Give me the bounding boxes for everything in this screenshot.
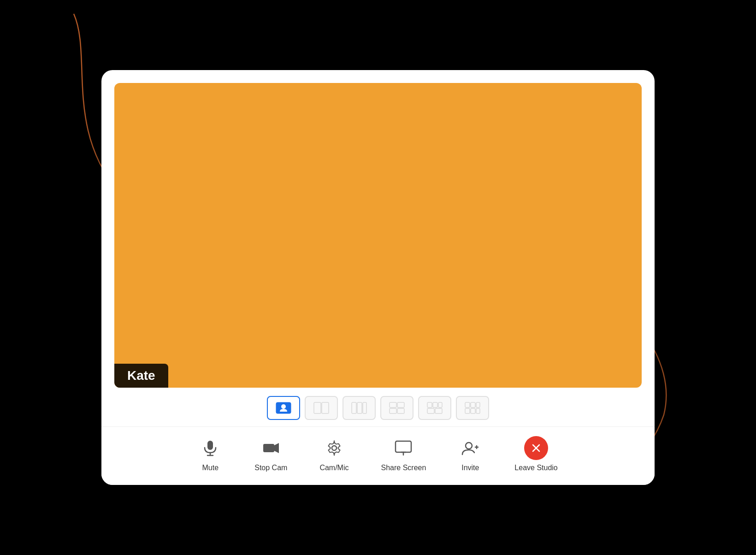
svg-rect-32: [352, 402, 356, 413]
invite-button[interactable]: Invite: [458, 436, 482, 472]
svg-rect-53: [263, 444, 274, 452]
svg-point-29: [281, 404, 286, 409]
svg-rect-49: [476, 408, 480, 413]
svg-rect-46: [476, 402, 480, 407]
stop-cam-label: Stop Cam: [254, 464, 287, 472]
layout-2grid-button[interactable]: [305, 396, 338, 420]
svg-marker-54: [274, 443, 279, 453]
svg-rect-30: [314, 402, 321, 413]
leave-studio-button[interactable]: Leave Studio: [514, 436, 557, 472]
svg-rect-36: [397, 402, 404, 407]
svg-rect-42: [427, 408, 434, 413]
svg-rect-33: [357, 402, 362, 413]
layout-5grid-button[interactable]: [418, 396, 451, 420]
svg-rect-56: [396, 441, 411, 452]
studio-container: Kate: [101, 70, 655, 485]
control-bar: Mute Stop Cam Cam/Mic: [101, 426, 655, 485]
svg-rect-40: [433, 402, 437, 407]
cam-mic-button[interactable]: Cam/Mic: [319, 436, 348, 472]
mute-button[interactable]: Mute: [198, 436, 222, 472]
svg-rect-43: [435, 408, 442, 413]
invite-label: Invite: [461, 464, 479, 472]
layout-4grid-button[interactable]: [380, 396, 413, 420]
svg-point-55: [332, 446, 337, 450]
settings-icon: [322, 436, 346, 460]
mute-icon: [198, 436, 222, 460]
stop-cam-button[interactable]: Stop Cam: [254, 436, 287, 472]
layout-6grid-button[interactable]: [456, 396, 489, 420]
svg-rect-39: [427, 402, 432, 407]
svg-rect-50: [207, 441, 213, 450]
svg-rect-35: [390, 402, 396, 407]
video-area: Kate: [114, 83, 642, 388]
camera-icon: [259, 436, 283, 460]
svg-rect-38: [397, 408, 404, 413]
svg-rect-31: [322, 402, 329, 413]
svg-rect-34: [363, 402, 366, 413]
layout-single-button[interactable]: [267, 396, 300, 420]
leave-studio-label: Leave Studio: [514, 464, 557, 472]
cam-mic-label: Cam/Mic: [319, 464, 348, 472]
participant-name-badge: Kate: [114, 364, 168, 388]
share-screen-icon: [391, 436, 415, 460]
layout-selector: [114, 388, 642, 426]
svg-rect-45: [471, 402, 475, 407]
svg-rect-41: [438, 402, 442, 407]
svg-rect-48: [471, 408, 475, 413]
mute-label: Mute: [202, 464, 219, 472]
svg-rect-44: [465, 402, 470, 407]
svg-rect-47: [465, 408, 470, 413]
svg-rect-37: [390, 408, 396, 413]
share-screen-button[interactable]: Share Screen: [381, 436, 426, 472]
svg-point-59: [466, 443, 472, 449]
invite-icon: [458, 436, 482, 460]
layout-3grid-button[interactable]: [343, 396, 376, 420]
share-screen-label: Share Screen: [381, 464, 426, 472]
leave-studio-icon: [524, 436, 548, 460]
